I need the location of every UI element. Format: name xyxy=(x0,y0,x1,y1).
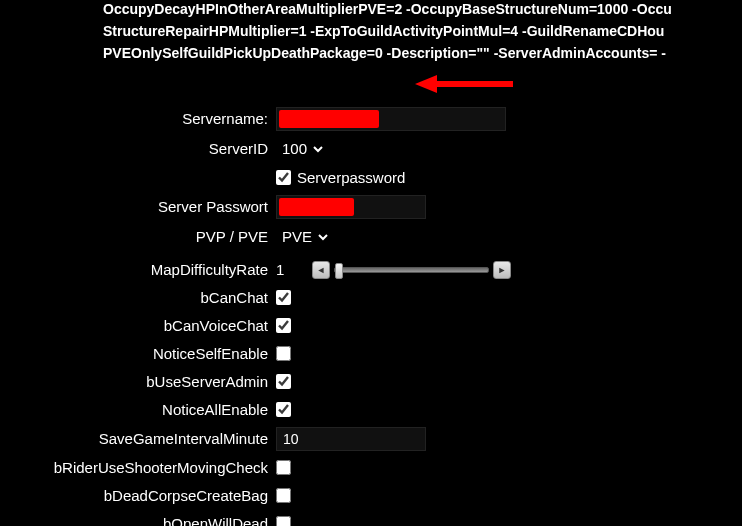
brideruseshootermovingcheck-checkbox[interactable] xyxy=(276,460,291,475)
mapdifficulty-value: 1 xyxy=(276,261,302,278)
bdeadcorpsecreatebag-label: bDeadCorpseCreateBag xyxy=(0,487,276,504)
bcanvoicechat-checkbox[interactable] xyxy=(276,318,291,333)
mapdifficulty-label: MapDifficultyRate xyxy=(0,261,276,278)
config-dump-line: StructureRepairHPMultiplier=1 -ExpToGuil… xyxy=(0,22,742,44)
redacted-overlay xyxy=(279,198,354,216)
mapdifficulty-slider[interactable]: ◄ ► xyxy=(312,261,511,279)
serverid-select[interactable]: 100 xyxy=(276,137,326,161)
buseserveradmin-checkbox[interactable] xyxy=(276,374,291,389)
slider-thumb[interactable] xyxy=(335,263,343,279)
slider-increment-button[interactable]: ► xyxy=(493,261,511,279)
config-dump-line: PVEOnlySelfGuildPickUpDeathPackage=0 -De… xyxy=(0,44,742,66)
serverpassword-checkbox[interactable] xyxy=(276,170,291,185)
bcanchat-label: bCanChat xyxy=(0,289,276,306)
serverid-label: ServerID xyxy=(0,140,276,157)
savegameinterval-input[interactable] xyxy=(276,427,426,451)
slider-track[interactable] xyxy=(334,267,489,273)
redacted-overlay xyxy=(279,110,379,128)
pvp-pve-label: PVP / PVE xyxy=(0,228,276,245)
servername-label: Servername: xyxy=(0,110,276,127)
bdeadcorpsecreatebag-checkbox[interactable] xyxy=(276,488,291,503)
pvp-pve-select[interactable]: PVE xyxy=(276,225,331,249)
serverpasswort-label: Server Passwort xyxy=(0,198,276,215)
server-settings-form: Servername: ServerID 100 Serverpassword … xyxy=(0,67,742,526)
slider-decrement-button[interactable]: ◄ xyxy=(312,261,330,279)
brideruseshootermovingcheck-label: bRiderUseShooterMovingCheck xyxy=(0,459,276,476)
bcanvoicechat-label: bCanVoiceChat xyxy=(0,317,276,334)
noticeallenable-label: NoticeAllEnable xyxy=(0,401,276,418)
savegameinterval-label: SaveGameIntervalMinute xyxy=(0,430,276,447)
bopenwilldead-label: bOpenWillDead xyxy=(0,515,276,526)
noticeselfenable-label: NoticeSelfEnable xyxy=(0,345,276,362)
serverpassword-cb-label: Serverpassword xyxy=(297,169,405,186)
noticeselfenable-checkbox[interactable] xyxy=(276,346,291,361)
noticeallenable-checkbox[interactable] xyxy=(276,402,291,417)
config-dump-line: OccupyDecayHPInOtherAreaMultiplierPVE=2 … xyxy=(0,0,742,22)
buseserveradmin-label: bUseServerAdmin xyxy=(0,373,276,390)
bopenwilldead-checkbox[interactable] xyxy=(276,516,291,526)
bcanchat-checkbox[interactable] xyxy=(276,290,291,305)
